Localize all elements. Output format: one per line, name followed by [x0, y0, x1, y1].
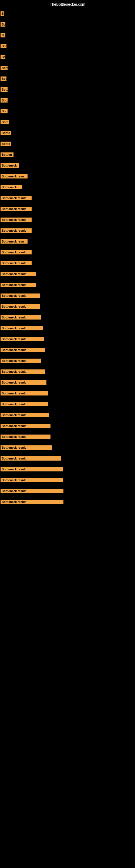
bottleneck-label: Bottleneck result — [1, 228, 32, 233]
bottleneck-label: Bottleneck result — [1, 359, 41, 363]
list-item: Bottleneck result — [0, 292, 135, 301]
bottleneck-label: Bottleneck result — [1, 413, 49, 417]
bottleneck-label: Bottleneck result — [1, 218, 32, 222]
list-item: Bottleneck resu — [0, 238, 135, 246]
list-item: Bottleneck result — [0, 455, 135, 463]
bottleneck-label: Bottleneck result — [1, 293, 40, 298]
list-item: Bottleneck result — [0, 324, 135, 333]
bottleneck-label: Bottle — [1, 131, 11, 135]
bottleneck-label: Bott — [1, 87, 8, 92]
list-item: Bottleneck result — [0, 400, 135, 409]
bottleneck-label: Bottle — [1, 142, 11, 146]
list-item: Bottleneck result — [0, 205, 135, 214]
bottleneck-label: Bottleneck result — [1, 207, 32, 211]
bottleneck-label: Bottleneck result — [1, 304, 40, 309]
bottleneck-label: Bottleneck — [1, 163, 19, 167]
list-item: Bottl — [0, 118, 135, 127]
list-item: Bottleneck result — [0, 259, 135, 268]
list-item: Bottleneck result — [0, 411, 135, 420]
bottleneck-list: BBoBoBotBoBottBotBottBottBottBottlBottle… — [0, 10, 135, 507]
list-item: Bott — [0, 107, 135, 116]
list-item: Bott — [0, 64, 135, 73]
bottleneck-label: Bott — [1, 66, 8, 70]
bottleneck-label: Bottleneck result — [1, 369, 45, 374]
bottleneck-label: Bo — [1, 55, 5, 59]
bottleneck-label: Bottleneck result — [1, 315, 41, 319]
list-item: Bott — [0, 97, 135, 105]
bottleneck-label: Bott — [1, 98, 8, 102]
list-item: Bottleneck result — [0, 465, 135, 474]
bottleneck-label: Bo — [1, 33, 5, 37]
list-item: Bottleneck result — [0, 248, 135, 257]
list-item: Bottleneck result — [0, 498, 135, 507]
bottleneck-label: Bottleneck result — [1, 272, 36, 276]
bottleneck-label: Bottleneck result — [1, 348, 45, 352]
bottleneck-label: Bottleneck r — [1, 185, 22, 189]
list-item: Bottleneck result — [0, 227, 135, 236]
list-item: Bottlen — [0, 151, 135, 159]
bottleneck-label: B — [1, 11, 4, 16]
bottleneck-label: Bot — [1, 44, 6, 48]
bottleneck-label: Bottleneck result — [1, 424, 50, 428]
bottleneck-label: Bottleneck result — [1, 326, 43, 330]
list-item: Bottleneck result — [0, 422, 135, 431]
list-item: Bottleneck result — [0, 379, 135, 388]
list-item: Bo — [0, 53, 135, 62]
bottleneck-label: Bot — [1, 76, 6, 81]
list-item: Bottleneck result — [0, 444, 135, 453]
site-title: TheBottlenecker.com — [0, 0, 135, 8]
list-item: Bottleneck resu — [0, 173, 135, 181]
page-container: TheBottlenecker.com BBoBoBotBoBottBotBot… — [0, 0, 135, 520]
bottleneck-label: Bottleneck result — [1, 467, 63, 471]
bottleneck-label: Bottleneck result — [1, 250, 32, 254]
bottleneck-label: Bottleneck result — [1, 391, 48, 396]
bottleneck-label: Bottleneck resu — [1, 239, 28, 244]
list-item: Bottleneck result — [0, 346, 135, 355]
list-item: Bot — [0, 75, 135, 84]
bottleneck-label: Bottleneck result — [1, 337, 44, 341]
list-item: Bot — [0, 42, 135, 51]
bottleneck-label: Bott — [1, 109, 8, 113]
list-item: Bottle — [0, 140, 135, 149]
list-item: Bo — [0, 31, 135, 40]
list-item: Bottleneck r — [0, 183, 135, 192]
bottleneck-label: Bottleneck result — [1, 380, 46, 384]
list-item: Bottleneck result — [0, 357, 135, 366]
bottleneck-label: Bottl — [1, 120, 9, 124]
bottleneck-label: Bottleneck result — [1, 445, 52, 450]
bottleneck-label: Bottleneck result — [1, 500, 63, 504]
list-item: Bottleneck result — [0, 270, 135, 279]
list-item: Bottleneck result — [0, 487, 135, 496]
list-item: Bottleneck result — [0, 476, 135, 485]
list-item: Bottleneck result — [0, 335, 135, 344]
list-item: Bottleneck result — [0, 390, 135, 398]
bottleneck-label: Bottleneck resu — [1, 174, 28, 179]
bottleneck-label: Bottlen — [1, 152, 13, 157]
list-item: Bottleneck result — [0, 194, 135, 203]
bottleneck-label: Bottleneck result — [1, 196, 32, 200]
list-item: B — [0, 10, 135, 19]
bottleneck-label: Bottleneck result — [1, 261, 32, 265]
list-item: Bottleneck — [0, 162, 135, 170]
bottleneck-label: Bottleneck result — [1, 456, 61, 461]
list-item: Bottleneck result — [0, 303, 135, 311]
bottleneck-label: Bo — [1, 22, 5, 27]
bottleneck-label: Bottleneck result — [1, 283, 36, 287]
list-item: Bottleneck result — [0, 281, 135, 290]
bottleneck-label: Bottleneck result — [1, 402, 48, 406]
list-item: Bottleneck result — [0, 314, 135, 322]
list-item: Bottleneck result — [0, 433, 135, 442]
bottleneck-label: Bottleneck result — [1, 489, 63, 493]
list-item: Bottle — [0, 129, 135, 138]
list-item: Bottleneck result — [0, 368, 135, 376]
list-item: Bo — [0, 21, 135, 29]
list-item: Bott — [0, 86, 135, 94]
list-item: Bottleneck result — [0, 216, 135, 225]
bottleneck-label: Bottleneck result — [1, 478, 63, 482]
bottleneck-label: Bottleneck result — [1, 435, 50, 439]
